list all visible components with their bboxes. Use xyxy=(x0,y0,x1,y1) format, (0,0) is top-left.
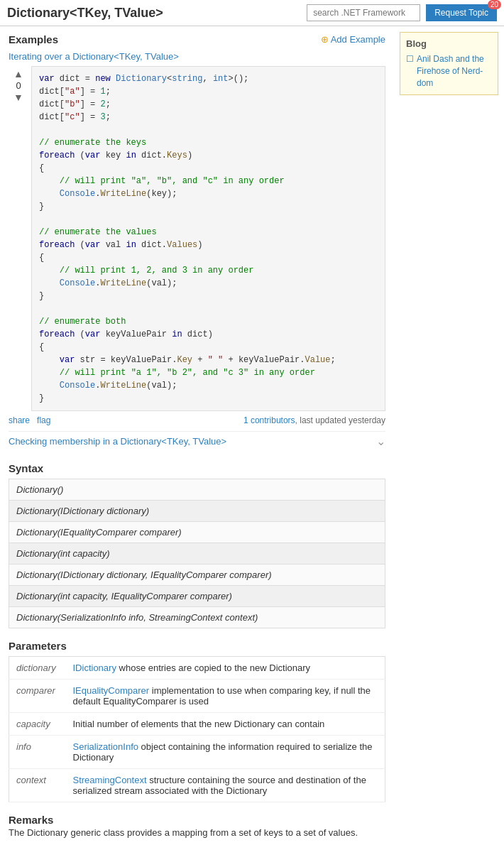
search-input[interactable] xyxy=(307,4,420,21)
syntax-row: Dictionary(int capacity, IEqualityCompar… xyxy=(9,586,385,607)
parameters-title: Parameters xyxy=(9,640,385,652)
blog-box: Blog ☐ Anil Dash and the Firehose of Ner… xyxy=(400,32,498,95)
flag-link[interactable]: flag xyxy=(37,415,50,425)
syntax-table: Dictionary() Dictionary(IDictionary dict… xyxy=(9,479,385,628)
param-row: info SerializationInfo object containing… xyxy=(9,736,385,769)
blog-item: ☐ Anil Dash and the Firehose of Nerd-dom xyxy=(406,53,492,89)
idictionary-link[interactable]: IDictionary xyxy=(73,663,116,673)
blog-title: Blog xyxy=(406,38,492,49)
examples-section-header: Examples Add Example xyxy=(9,33,385,45)
syntax-item: Dictionary(IEqualityComparer comparer) xyxy=(9,522,385,543)
parameters-section: Parameters dictionary IDictionary whose … xyxy=(9,640,385,802)
param-desc: Initial number of elements that the new … xyxy=(66,713,385,736)
syntax-row: Dictionary(SerializationInfo info, Strea… xyxy=(9,607,385,628)
share-flag: share flag xyxy=(9,415,50,425)
remarks-para1: The Dictionary generic class provides a … xyxy=(9,826,385,840)
syntax-title: Syntax xyxy=(9,462,385,474)
syntax-item: Dictionary() xyxy=(9,479,385,501)
iequalitycomparer-link[interactable]: IEqualityComparer xyxy=(73,685,150,696)
chevron-down-icon: ⌄ xyxy=(376,435,385,448)
param-desc: StreamingContext structure containing th… xyxy=(66,769,385,802)
vote-box: ▲ 0 ▼ xyxy=(9,66,28,102)
param-name: capacity xyxy=(9,713,66,736)
syntax-item: Dictionary(int capacity) xyxy=(9,543,385,565)
example-vote-code: ▲ 0 ▼ var dict = new Dictionary<string, … xyxy=(9,66,385,411)
param-desc: IDictionary whose entries are copied to … xyxy=(66,657,385,680)
blog-checkbox-icon: ☐ xyxy=(406,54,414,64)
syntax-row: Dictionary(int capacity) xyxy=(9,543,385,565)
syntax-item: Dictionary(IDictionary dictionary) xyxy=(9,501,385,522)
syntax-item: Dictionary(int capacity, IEqualityCompar… xyxy=(9,586,385,607)
request-topic-button[interactable]: Request Topic 20 xyxy=(426,4,497,21)
share-row: share flag 1 contributors, last updated … xyxy=(9,415,385,425)
param-desc: SerializationInfo object containing the … xyxy=(66,736,385,769)
vote-count: 0 xyxy=(16,80,21,91)
collapsible-example[interactable]: Checking membership in a Dictionary<TKey… xyxy=(9,431,385,451)
param-name: context xyxy=(9,769,66,802)
syntax-row: Dictionary(IDictionary dictionary) xyxy=(9,501,385,522)
syntax-row: Dictionary(IEqualityComparer comparer) xyxy=(9,522,385,543)
code-block: var dict = new Dictionary<string, int>()… xyxy=(31,66,385,411)
share-link[interactable]: share xyxy=(9,415,30,425)
contributors-info: 1 contributors, last updated yesterday xyxy=(243,415,385,425)
contributors-link[interactable]: 1 contributors xyxy=(243,415,295,425)
syntax-row: Dictionary() xyxy=(9,479,385,501)
example-title-link[interactable]: Iterating over a Dictionary<TKey, TValue… xyxy=(9,51,385,62)
page-title: Dictionary<TKey, TValue> xyxy=(7,6,307,21)
main-layout: Examples Add Example Iterating over a Di… xyxy=(0,26,504,845)
vote-down-button[interactable]: ▼ xyxy=(13,92,23,102)
notification-badge: 20 xyxy=(488,0,501,9)
streamingcontext-link[interactable]: StreamingContext xyxy=(73,775,147,785)
syntax-item: Dictionary(SerializationInfo info, Strea… xyxy=(9,607,385,628)
param-desc: IEqualityComparer implementation to use … xyxy=(66,680,385,713)
param-row: capacity Initial number of elements that… xyxy=(9,713,385,736)
parameters-table: dictionary IDictionary whose entries are… xyxy=(9,656,385,802)
content-area: Examples Add Example Iterating over a Di… xyxy=(0,26,394,845)
serializationinfo-link[interactable]: SerializationInfo xyxy=(73,741,139,752)
syntax-section: Syntax Dictionary() Dictionary(IDictiona… xyxy=(9,462,385,628)
collapsed-example-link[interactable]: Checking membership in a Dictionary<TKey… xyxy=(9,436,226,447)
blog-item-link[interactable]: Anil Dash and the Firehose of Nerd-dom xyxy=(417,53,492,89)
add-example-link[interactable]: Add Example xyxy=(321,34,385,45)
param-name: dictionary xyxy=(9,657,66,680)
param-row: comparer IEqualityComparer implementatio… xyxy=(9,680,385,713)
vote-up-button[interactable]: ▲ xyxy=(13,69,23,79)
param-name: comparer xyxy=(9,680,66,713)
remarks-title: Remarks xyxy=(9,814,385,826)
syntax-row: Dictionary(IDictionary dictionary, IEqua… xyxy=(9,565,385,586)
param-row: dictionary IDictionary whose entries are… xyxy=(9,657,385,680)
sidebar: Blog ☐ Anil Dash and the Firehose of Ner… xyxy=(394,26,504,101)
param-name: info xyxy=(9,736,66,769)
syntax-item: Dictionary(IDictionary dictionary, IEqua… xyxy=(9,565,385,586)
remarks-section: Remarks The Dictionary generic class pro… xyxy=(9,814,385,845)
param-row: context StreamingContext structure conta… xyxy=(9,769,385,802)
examples-title: Examples xyxy=(9,33,58,45)
header: Dictionary<TKey, TValue> Request Topic 2… xyxy=(0,0,504,26)
